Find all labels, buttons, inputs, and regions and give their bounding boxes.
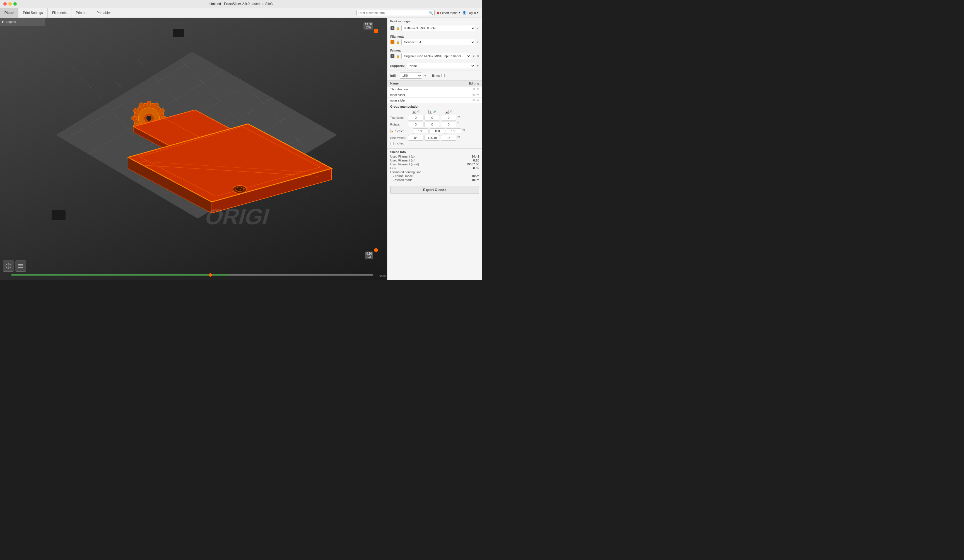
svg-rect-51	[18, 267, 23, 268]
print-time-label: Estimated printing time:	[390, 170, 422, 174]
rotate-y-input[interactable]	[425, 122, 440, 127]
supports-select[interactable]: None	[407, 63, 475, 69]
filament-select[interactable]: Generic PLA	[401, 39, 475, 45]
printer-dropdown-icon: ▼	[472, 55, 475, 58]
inches-checkbox[interactable]	[390, 142, 394, 145]
eye-icon[interactable]: 👁	[472, 99, 475, 102]
3d-view-button[interactable]	[3, 260, 14, 272]
used-filament-m-val: 8.18	[473, 159, 479, 162]
filament-color-swatch	[391, 40, 394, 44]
layer-view-button[interactable]	[15, 260, 26, 272]
used-filament-mm3-key: Used Filament (mm³)	[390, 163, 419, 166]
z-slider-top-handle[interactable]	[374, 29, 378, 33]
print-setting-select[interactable]: 0.20mm STRUCTURAL	[401, 25, 475, 31]
printer-lock-icon: 🔒	[396, 54, 400, 58]
object-row-icons: 👁 ✏	[472, 87, 479, 91]
object-row-outer-slider[interactable]: outer slider 👁 ✏	[388, 98, 482, 103]
login-button[interactable]: 👤 Log in ▾	[462, 11, 479, 15]
z-slider-bottom-handle[interactable]	[374, 248, 378, 252]
svg-text:ORIGI: ORIGI	[202, 204, 272, 229]
y-link-icon: 🔗	[433, 111, 436, 113]
viewport-container[interactable]: ▶ Legend	[0, 18, 387, 280]
chevron-down-icon: ▾	[459, 11, 460, 15]
cube-icon	[5, 263, 11, 269]
translate-x-input[interactable]	[408, 115, 423, 120]
axis-header-row: X 🔗 Y 🔗 Z 🔗	[390, 110, 479, 114]
edit-icon[interactable]: ✏	[477, 93, 479, 96]
tab-print-settings[interactable]: Print Settings	[18, 8, 47, 18]
size-x-input[interactable]	[408, 135, 423, 140]
translate-z-box	[441, 115, 456, 120]
search-icon[interactable]: 🔍	[429, 11, 433, 15]
rotate-z-input[interactable]	[441, 122, 456, 127]
object-row-inner-slider[interactable]: inner slider 👁 ✏	[388, 92, 482, 98]
inches-row: Inches	[390, 142, 479, 145]
bottom-slider[interactable]: 65652	[11, 273, 373, 277]
x-link-icon: 🔗	[417, 111, 420, 113]
translate-y-box	[425, 115, 440, 120]
printer-settings-icon[interactable]: ⚙	[477, 55, 479, 58]
translate-x-box	[408, 115, 423, 120]
svg-rect-49	[18, 264, 23, 265]
navbar: Plater Print Settings Filaments Printers…	[0, 8, 482, 18]
bottom-slider-track: 65652	[11, 274, 373, 275]
size-row: Size [World]: mm	[390, 135, 479, 140]
size-z-input[interactable]	[441, 135, 456, 140]
close-button[interactable]	[3, 2, 7, 6]
maximize-button[interactable]	[13, 2, 17, 6]
tab-printers[interactable]: Printers	[72, 8, 92, 18]
used-filament-g-row: Used Filament (g) 24.41	[390, 155, 479, 158]
translate-z-input[interactable]	[441, 115, 456, 120]
expert-mode-button[interactable]: Expert mode ▾	[437, 11, 460, 15]
eye-icon[interactable]: 👁	[472, 93, 475, 96]
infill-select[interactable]: 15%	[400, 73, 422, 79]
print-lock-icon: 🔒	[396, 26, 400, 30]
infill-brim-row: Infill: 15% ▼ Brim:	[390, 73, 479, 79]
edit-icon[interactable]: ✏	[477, 87, 479, 91]
translate-unit: mm	[458, 115, 463, 120]
translate-y-input[interactable]	[425, 115, 440, 120]
translate-label: Translate:	[390, 116, 407, 119]
edit-icon[interactable]: ✏	[477, 98, 479, 102]
object-row-thumbscrew[interactable]: Thumbscrew 👁 ✏	[388, 86, 482, 92]
z-top-value: 13.00 (65)	[363, 22, 373, 29]
rotate-unit: °	[458, 122, 463, 127]
scale-label: Scale:	[395, 129, 412, 133]
object-row-icons: 👁 ✏	[472, 93, 479, 96]
tab-plater[interactable]: Plater	[0, 8, 18, 18]
search-box[interactable]: 🔍	[357, 10, 435, 16]
scale-inputs: %	[413, 128, 479, 134]
lock-icon: 🔒	[396, 41, 400, 44]
bottom-slider-thumb[interactable]	[208, 273, 212, 277]
rotate-x-input[interactable]	[408, 122, 423, 127]
scale-row: 🔒 Scale: %	[390, 128, 479, 134]
legend-bar[interactable]: ▶ Legend	[0, 18, 45, 26]
inches-label: Inches	[395, 142, 404, 145]
stealth-mode-row: - stealth mode 1h7m	[390, 178, 479, 182]
sliced-info-title: Sliced Info	[390, 150, 479, 154]
print-icon: ⚙	[392, 27, 394, 29]
tab-printables[interactable]: Printables	[92, 8, 116, 18]
z-slider[interactable]: 13.00 (65) 0.20 (1)	[373, 23, 379, 258]
tab-filaments[interactable]: Filaments	[48, 8, 72, 18]
scale-y-input[interactable]	[430, 128, 445, 134]
printer-select[interactable]: Original Prusa MINI & MINI+ Input Shaper	[401, 53, 471, 59]
printer-icon: 🖨	[390, 54, 395, 58]
size-y-input[interactable]	[425, 135, 440, 140]
group-manipulation: Group manipulation X 🔗 Y 🔗 Z 🔗 Transla	[388, 103, 482, 148]
z-axis-header: Z 🔗	[441, 110, 456, 114]
infill-brim-section: Infill: 15% ▼ Brim:	[388, 71, 482, 81]
print-setting-row: ⚙ 🔒 0.20mm STRUCTURAL ▼	[390, 25, 479, 31]
main-layout: ▶ Legend	[0, 18, 482, 280]
scale-x-input[interactable]	[413, 128, 428, 134]
export-gcode-button[interactable]: Export G-code	[390, 186, 479, 194]
printer-row: 🖨 🔒 Original Prusa MINI & MINI+ Input Sh…	[390, 53, 479, 59]
scale-z-input[interactable]	[446, 128, 461, 134]
brim-checkbox[interactable]	[441, 74, 445, 77]
eye-icon[interactable]: 👁	[472, 88, 475, 91]
print-setting-dropdown-icon: ▼	[476, 27, 479, 30]
search-input[interactable]	[358, 11, 429, 15]
minimize-button[interactable]	[8, 2, 12, 6]
scale-lock-checkbox[interactable]: 🔒	[390, 129, 394, 133]
window-title: *Untitled - PrusaSlicer-2.9.0 based on S…	[208, 2, 274, 6]
